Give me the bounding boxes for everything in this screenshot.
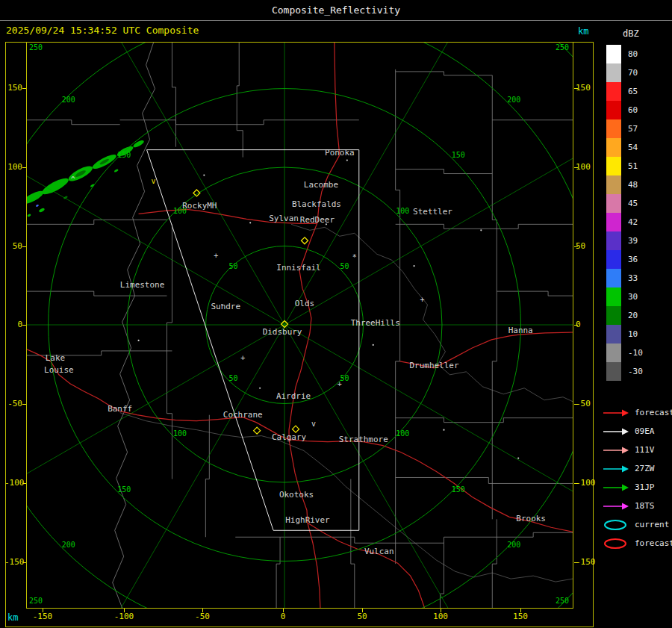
svg-text:100: 100 xyxy=(173,429,187,438)
svg-text:150: 150 xyxy=(452,485,465,494)
city-label: Sylvan xyxy=(269,214,299,223)
right-axis-label: 150 xyxy=(576,83,597,93)
colorbar-value: 57 xyxy=(628,119,638,138)
city-label: HighRiver xyxy=(285,515,330,525)
window-title: Composite_Reflectivity xyxy=(0,0,672,21)
colorbar-value: 60 xyxy=(628,101,638,119)
bottom-axis-tick xyxy=(202,609,203,612)
bottom-axis-label: -50 xyxy=(189,612,216,621)
city-label: Innisfail xyxy=(276,263,320,273)
legend-item: forecast xyxy=(602,403,672,422)
radar-map[interactable]: 5050505010010010010015015015015020020020… xyxy=(26,42,573,609)
svg-text:250: 250 xyxy=(29,597,43,605)
left-axis-label: -150 xyxy=(4,557,22,567)
colorbar-value: 33 xyxy=(628,269,638,287)
colorbar-swatch xyxy=(606,175,621,194)
unit-label-top: km xyxy=(578,26,588,37)
right-axis-tick xyxy=(574,562,578,563)
city-label: Brooks xyxy=(516,514,546,523)
city-label: Olds xyxy=(295,299,314,308)
right-axis-label: 50 xyxy=(576,241,597,251)
legend-item: forecast xyxy=(602,534,672,553)
legend-arrow-icon xyxy=(602,500,630,512)
svg-text:150: 150 xyxy=(117,485,131,494)
bottom-axis-label: -150 xyxy=(29,612,56,621)
svg-text:250: 250 xyxy=(556,597,569,605)
colorbar-value: 80 xyxy=(628,45,638,63)
colorbar-entry: 65 xyxy=(606,82,643,101)
legend-item: 27ZW xyxy=(602,459,672,478)
track-legend: forecast09EA111V27ZW31JP18TScurrentforec… xyxy=(602,403,672,553)
right-axis-tick xyxy=(574,246,578,247)
colorbar-entry: 70 xyxy=(606,63,643,82)
colorbar-swatch xyxy=(606,63,621,82)
legend-item: 31JP xyxy=(602,478,672,497)
city-label: RedDeer xyxy=(300,215,335,225)
colorbar-entry: 54 xyxy=(606,138,643,157)
svg-text:*: * xyxy=(352,253,357,261)
legend-label: 27ZW xyxy=(635,464,655,473)
colorbar-swatch xyxy=(606,325,621,343)
colorbar-value: 36 xyxy=(628,250,638,269)
right-axis-tick xyxy=(574,483,578,484)
colorbar-swatch xyxy=(606,269,621,287)
city-label: Didsbury xyxy=(263,327,302,337)
right-axis-tick xyxy=(574,325,578,326)
colorbar-entry: 20 xyxy=(606,306,643,325)
colorbar-entry: 57 xyxy=(606,119,643,138)
legend-ellipse-icon xyxy=(602,519,630,531)
city-label: Cochrane xyxy=(223,410,263,420)
svg-text:200: 200 xyxy=(62,96,75,104)
legend-arrow-icon xyxy=(602,407,630,419)
city-label: Lacombe xyxy=(304,180,338,190)
svg-text:v: v xyxy=(152,177,156,185)
svg-text:^: ^ xyxy=(71,176,75,184)
legend-ellipse-icon xyxy=(602,538,630,550)
colorbar-value: 65 xyxy=(628,82,638,101)
city-label: Hanna xyxy=(508,326,533,335)
right-axis-tick xyxy=(574,167,578,168)
side-panel: dBZ 80706560575451484542393633302010-10-… xyxy=(597,21,672,628)
city-label: RockyMH xyxy=(182,201,217,211)
svg-text:150: 150 xyxy=(452,151,465,159)
unit-label-bottom: km xyxy=(7,612,18,623)
legend-label: current xyxy=(635,520,669,529)
colorbar-value: 48 xyxy=(628,175,638,194)
city-label: Sundre xyxy=(211,302,240,311)
colorbar-entry: 33 xyxy=(606,269,643,287)
bottom-axis-label: 0 xyxy=(270,612,296,621)
right-axis-tick xyxy=(574,88,578,89)
city-label: Limestone xyxy=(120,280,164,290)
bottom-axis-tick xyxy=(283,609,284,612)
legend-arrow-icon xyxy=(602,463,630,475)
colorbar-entry: 39 xyxy=(606,231,643,250)
colorbar-swatch xyxy=(606,250,621,269)
colorbar-title: dBZ xyxy=(623,28,639,39)
colorbar-swatch xyxy=(606,287,621,306)
bottom-axis-tick xyxy=(520,609,521,612)
svg-text:250: 250 xyxy=(29,43,43,52)
svg-text:150: 150 xyxy=(117,151,131,159)
svg-text:+: + xyxy=(240,354,245,362)
bottom-axis-tick xyxy=(43,609,43,612)
colorbar-value: -30 xyxy=(628,362,643,381)
colorbar-value: 54 xyxy=(628,138,638,157)
colorbar-swatch xyxy=(606,194,621,213)
city-label: Ponoka xyxy=(325,148,355,158)
colorbar-value: 30 xyxy=(628,287,638,306)
svg-text:50: 50 xyxy=(228,262,237,270)
colorbar-entry: 80 xyxy=(606,45,643,63)
bottom-axis-label: 100 xyxy=(427,612,454,621)
colorbar-value: 20 xyxy=(628,306,638,325)
svg-text:+: + xyxy=(214,252,218,260)
svg-text:50: 50 xyxy=(228,374,237,382)
dbz-colorbar: 80706560575451484542393633302010-10-30 xyxy=(606,45,643,381)
colorbar-swatch xyxy=(606,45,621,63)
radar-canvas[interactable]: 5050505010010010010015015015015020020020… xyxy=(27,43,573,608)
colorbar-value: 51 xyxy=(628,157,638,175)
bottom-axis-tick xyxy=(124,609,125,612)
left-axis-label: 150 xyxy=(4,83,22,93)
legend-item: 09EA xyxy=(602,422,672,441)
colorbar-swatch xyxy=(606,82,621,101)
colorbar-swatch xyxy=(606,119,621,138)
